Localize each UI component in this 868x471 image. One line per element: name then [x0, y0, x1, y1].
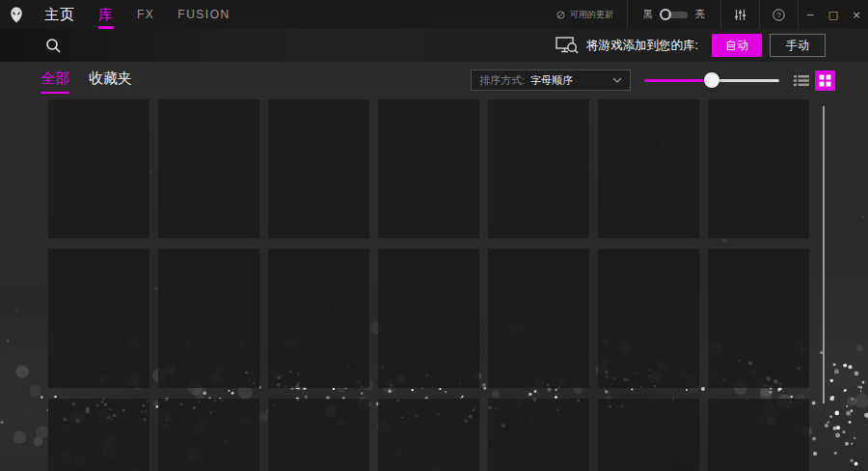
game-tile-placeholder[interactable]: [48, 249, 149, 388]
game-tile-placeholder[interactable]: [378, 249, 479, 388]
window-controls: − □ ×: [799, 0, 868, 29]
library-toolbar: 将游戏添加到您的库: 自动 手动: [0, 29, 868, 62]
sort-dropdown[interactable]: 排序方式: 字母顺序: [471, 69, 631, 91]
sort-label: 排序方式:: [479, 73, 525, 88]
theme-toggle[interactable]: 黑 亮: [628, 8, 720, 21]
search-button[interactable]: [45, 38, 62, 54]
game-tile-placeholder[interactable]: [158, 399, 259, 471]
filter-tab-favorites[interactable]: 收藏夹: [89, 69, 132, 91]
library-content: 全部 收藏夹 排序方式: 字母顺序: [0, 62, 868, 471]
help-button[interactable]: ?: [760, 0, 798, 29]
game-tile-placeholder[interactable]: [158, 99, 259, 238]
maximize-button[interactable]: □: [822, 0, 845, 29]
updates-label: 可用的更新: [570, 9, 613, 21]
settings-sliders-button[interactable]: [721, 0, 759, 29]
theme-switch[interactable]: [660, 9, 689, 20]
add-games-label: 将游戏添加到您的库:: [586, 38, 698, 54]
game-tile-placeholder[interactable]: [598, 99, 699, 238]
minimize-button[interactable]: −: [799, 0, 822, 29]
nav-tab-home[interactable]: 主页: [33, 0, 87, 29]
game-tile-placeholder[interactable]: [378, 99, 479, 238]
grid-view-icon: [819, 74, 831, 87]
slider-track-filled: [644, 79, 712, 82]
main-nav: 主页 库 FX FUSION: [33, 0, 242, 29]
game-tile-grid: [48, 99, 809, 471]
game-tile-placeholder[interactable]: [48, 99, 149, 238]
sliders-icon: [734, 9, 746, 21]
manual-add-button[interactable]: 手动: [770, 34, 826, 57]
list-view-icon: [794, 74, 809, 87]
filter-tab-all[interactable]: 全部: [41, 69, 69, 91]
close-button[interactable]: ×: [845, 0, 868, 29]
game-tile-placeholder[interactable]: [268, 99, 369, 238]
svg-text:?: ?: [776, 11, 780, 19]
game-tile-placeholder[interactable]: [48, 399, 149, 471]
title-bar: 主页 库 FX FUSION 可用的更新 黑 亮: [0, 0, 868, 29]
slider-knob[interactable]: [704, 72, 719, 88]
view-switcher: [791, 70, 835, 91]
help-icon: ?: [773, 9, 785, 21]
scan-games-icon: [556, 37, 579, 54]
game-tile-placeholder[interactable]: [708, 249, 809, 388]
alienware-command-center-window: { "titlebar": { "nav": [ { "label": "主页"…: [0, 0, 868, 471]
switch-knob: [660, 9, 671, 20]
game-tile-placeholder[interactable]: [158, 249, 259, 388]
titlebar-right: 可用的更新 黑 亮 ?: [543, 0, 868, 29]
grid-view-button[interactable]: [815, 70, 835, 91]
vertical-scrollbar[interactable]: [823, 106, 825, 403]
chevron-down-icon: [612, 77, 622, 83]
tile-size-slider[interactable]: [644, 72, 779, 88]
updates-icon: [556, 11, 565, 19]
game-tile-placeholder[interactable]: [708, 399, 809, 471]
add-games-group: 将游戏添加到您的库: 自动 手动: [556, 34, 826, 57]
game-tile-placeholder[interactable]: [378, 399, 479, 471]
nav-tab-fusion[interactable]: FUSION: [166, 0, 241, 29]
filter-bar: 全部 收藏夹 排序方式: 字母顺序: [0, 62, 868, 98]
nav-tab-library[interactable]: 库: [87, 0, 125, 29]
available-updates[interactable]: 可用的更新: [543, 9, 627, 21]
sort-value: 字母顺序: [530, 73, 573, 88]
filter-bar-right: 排序方式: 字母顺序: [471, 69, 835, 91]
game-tile-placeholder[interactable]: [488, 399, 589, 471]
theme-dark-label: 黑: [643, 8, 653, 21]
alienware-logo-icon[interactable]: [10, 7, 23, 23]
game-tile-placeholder[interactable]: [268, 249, 369, 388]
game-tile-placeholder[interactable]: [598, 249, 699, 388]
slider-track-empty: [712, 79, 779, 82]
game-tile-placeholder[interactable]: [598, 399, 699, 471]
list-view-button[interactable]: [791, 70, 811, 91]
search-icon: [45, 38, 62, 54]
game-tile-placeholder[interactable]: [708, 99, 809, 238]
game-tile-placeholder[interactable]: [268, 399, 369, 471]
theme-light-label: 亮: [695, 8, 705, 21]
nav-tab-fx[interactable]: FX: [125, 0, 166, 29]
auto-add-button[interactable]: 自动: [712, 34, 762, 57]
game-tile-placeholder[interactable]: [488, 249, 589, 388]
game-tile-placeholder[interactable]: [488, 99, 589, 238]
